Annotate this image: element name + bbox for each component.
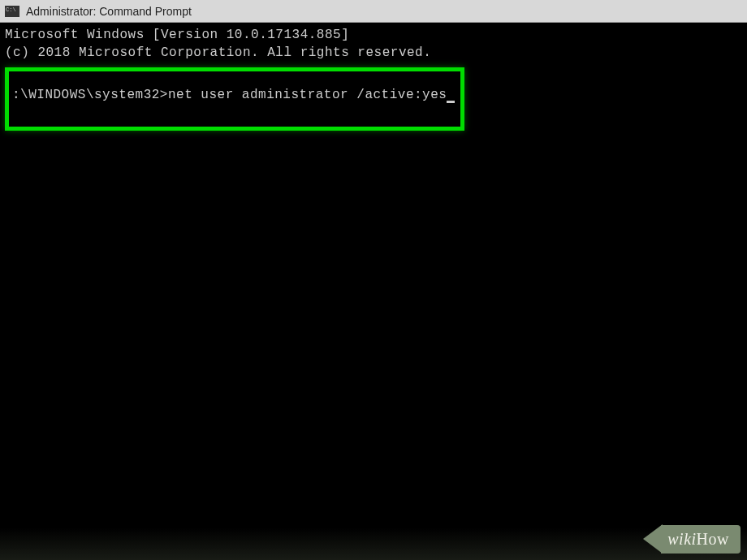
watermark-how: How [697,530,729,548]
watermark-body: wikiHow [661,525,741,554]
version-line: Microsoft Windows [Version 10.0.17134.88… [5,26,742,44]
cmd-icon [5,6,19,17]
window-title: Administrator: Command Prompt [26,5,192,18]
command-text: net user administrator /active:yes [168,88,447,102]
watermark-arrow-icon [643,524,663,554]
command-line: :\WINDOWS\system32>net user administrato… [12,86,457,104]
watermark-wiki: wiki [667,530,696,548]
watermark: wikiHow [643,524,741,554]
terminal-body[interactable]: Microsoft Windows [Version 10.0.17134.88… [0,23,747,560]
copyright-line: (c) 2018 Microsoft Corporation. All righ… [5,44,742,62]
title-bar[interactable]: Administrator: Command Prompt [0,0,747,23]
prompt-text: :\WINDOWS\system32> [12,88,168,102]
watermark-text: wikiHow [667,530,729,548]
highlighted-command-box: :\WINDOWS\system32>net user administrato… [5,67,464,131]
cursor [447,101,455,103]
